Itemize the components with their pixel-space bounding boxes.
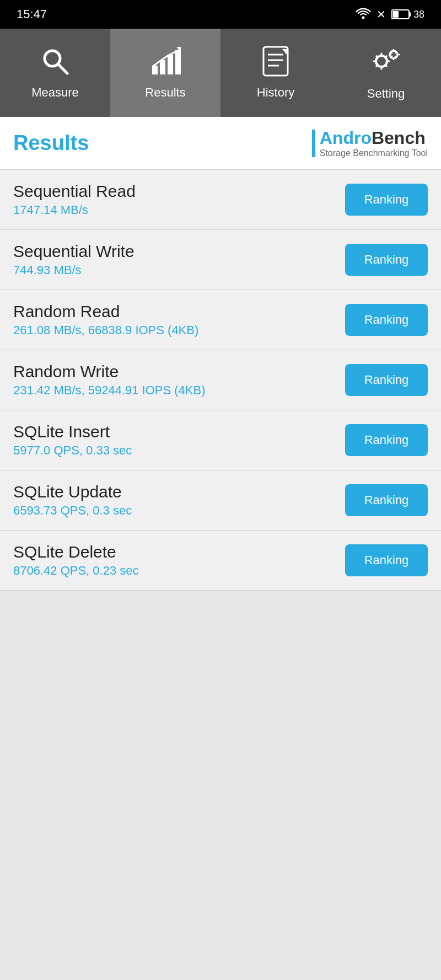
tab-results-label: Results [145, 85, 185, 100]
status-time: 15:47 [17, 7, 47, 22]
result-info-3: Random Write 231.42 MB/s, 59244.91 IOPS … [13, 362, 345, 398]
battery-icon: 38 [391, 9, 424, 20]
result-name-5: SQLite Update [13, 483, 345, 501]
result-value-5: 6593.73 QPS, 0.3 sec [13, 504, 345, 518]
brand-tagline: Storage Benchmarking Tool [320, 148, 428, 158]
status-bar: 15:47 ✕ 38 [0, 0, 441, 29]
result-value-2: 261.08 MB/s, 66838.9 IOPS (4KB) [13, 323, 345, 338]
tab-measure[interactable]: Measure [0, 29, 110, 117]
result-item-1: Sequential Write 744.93 MB/s Ranking [0, 230, 441, 290]
result-item-4: SQLite Insert 5977.0 QPS, 0.33 sec Ranki… [0, 410, 441, 470]
result-name-0: Sequential Read [13, 182, 345, 201]
ranking-button-5[interactable]: Ranking [345, 484, 428, 516]
brand-bench: Bench [372, 128, 426, 148]
nav-tabs: Measure Results History [0, 29, 441, 117]
tab-results[interactable]: Results [110, 29, 220, 117]
result-name-1: Sequential Write [13, 242, 345, 261]
battery-level: 38 [413, 9, 424, 20]
results-list: Sequential Read 1747.14 MB/s Ranking Seq… [0, 170, 441, 591]
results-icon [150, 46, 181, 81]
result-name-3: Random Write [13, 362, 345, 381]
result-value-4: 5977.0 QPS, 0.33 sec [13, 443, 345, 458]
tab-history[interactable]: History [220, 29, 331, 117]
brand-text: AndroBench Storage Benchmarking Tool [320, 128, 428, 158]
result-name-2: Random Read [13, 302, 345, 321]
wifi-icon [356, 7, 371, 22]
ranking-button-4[interactable]: Ranking [345, 424, 428, 456]
empty-area [0, 591, 441, 866]
brand-logo: AndroBench Storage Benchmarking Tool [312, 128, 428, 158]
measure-icon [40, 46, 71, 81]
svg-rect-9 [175, 50, 181, 74]
tab-history-label: History [257, 85, 294, 100]
result-value-6: 8706.42 QPS, 0.23 sec [13, 564, 345, 578]
ranking-button-0[interactable]: Ranking [345, 184, 428, 216]
svg-rect-2 [409, 12, 411, 17]
result-info-1: Sequential Write 744.93 MB/s [13, 242, 345, 277]
result-item-0: Sequential Read 1747.14 MB/s Ranking [0, 170, 441, 230]
brand-accent-bar [312, 130, 315, 157]
result-value-1: 744.93 MB/s [13, 263, 345, 277]
results-title: Results [13, 131, 89, 155]
result-info-0: Sequential Read 1747.14 MB/s [13, 182, 345, 217]
tab-setting[interactable]: Setting [331, 29, 441, 117]
svg-rect-8 [168, 55, 173, 74]
results-header: Results AndroBench Storage Benchmarking … [0, 117, 441, 170]
ranking-button-2[interactable]: Ranking [345, 304, 428, 336]
result-info-2: Random Read 261.08 MB/s, 66838.9 IOPS (4… [13, 302, 345, 338]
svg-rect-7 [160, 60, 165, 74]
result-value-0: 1747.14 MB/s [13, 203, 345, 217]
history-icon [261, 46, 290, 81]
result-value-3: 231.42 MB/s, 59244.91 IOPS (4KB) [13, 383, 345, 398]
brand-name: AndroBench [320, 128, 426, 148]
setting-icon [369, 45, 402, 82]
status-icons: ✕ 38 [356, 7, 424, 22]
brand-andro: Andro [320, 128, 372, 148]
x-icon: ✕ [377, 8, 386, 21]
svg-point-0 [362, 17, 364, 19]
tab-measure-label: Measure [31, 85, 79, 100]
result-item-2: Random Read 261.08 MB/s, 66838.9 IOPS (4… [0, 290, 441, 350]
result-info-6: SQLite Delete 8706.42 QPS, 0.23 sec [13, 543, 345, 578]
result-item-6: SQLite Delete 8706.42 QPS, 0.23 sec Rank… [0, 531, 441, 591]
ranking-button-3[interactable]: Ranking [345, 364, 428, 396]
result-item-3: Random Write 231.42 MB/s, 59244.91 IOPS … [0, 350, 441, 410]
result-info-5: SQLite Update 6593.73 QPS, 0.3 sec [13, 483, 345, 518]
result-name-6: SQLite Delete [13, 543, 345, 561]
result-info-4: SQLite Insert 5977.0 QPS, 0.33 sec [13, 422, 345, 458]
ranking-button-6[interactable]: Ranking [345, 544, 428, 576]
svg-rect-3 [392, 11, 399, 18]
tab-setting-label: Setting [367, 87, 405, 101]
svg-line-5 [58, 64, 67, 73]
ranking-button-1[interactable]: Ranking [345, 244, 428, 276]
result-name-4: SQLite Insert [13, 422, 345, 441]
result-item-5: SQLite Update 6593.73 QPS, 0.3 sec Ranki… [0, 470, 441, 531]
